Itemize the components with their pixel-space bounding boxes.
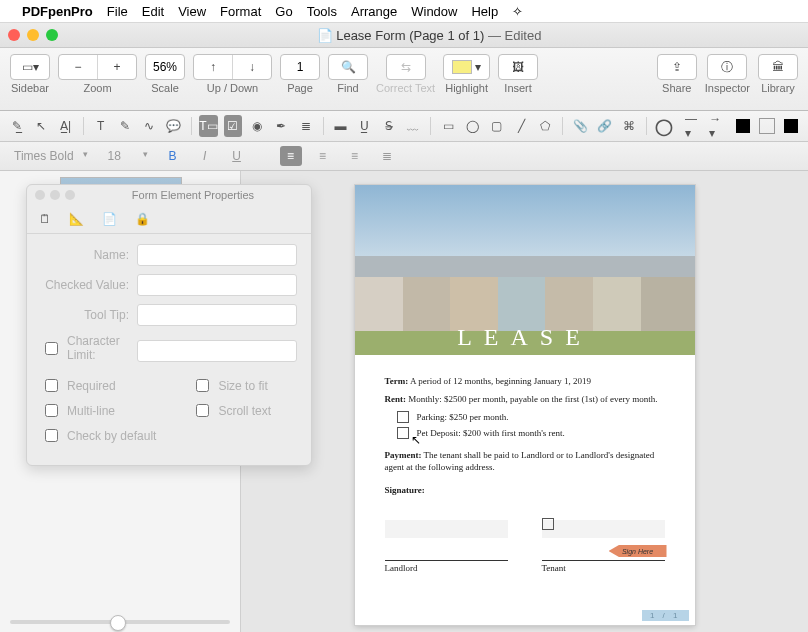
fill-color[interactable] <box>758 115 776 137</box>
page-number-field[interactable] <box>281 55 319 79</box>
stroke-color[interactable] <box>733 115 751 137</box>
tenant-signature-field[interactable] <box>542 520 665 538</box>
align-left-button[interactable]: ≡ <box>280 146 302 166</box>
name-input[interactable] <box>137 244 297 266</box>
select-tool[interactable]: ↖ <box>32 115 50 137</box>
rectangle-tool[interactable]: ▭ <box>439 115 457 137</box>
italic-button[interactable]: I <box>194 146 216 166</box>
menu-arrange[interactable]: Arrange <box>351 4 397 19</box>
font-family-dropdown[interactable]: Times Bold <box>8 147 92 165</box>
form-list-tool[interactable]: ≣ <box>296 115 314 137</box>
panel-tab-document-icon[interactable]: 📄 <box>102 212 117 226</box>
url-tool[interactable]: ⌘ <box>620 115 638 137</box>
char-limit-checkbox[interactable] <box>45 342 58 355</box>
zoom-value-field[interactable] <box>146 55 184 79</box>
close-button[interactable] <box>8 29 20 41</box>
font-size-dropdown[interactable]: 18 <box>102 147 152 165</box>
fullscreen-button[interactable] <box>46 29 58 41</box>
freeform-tool[interactable]: ∿ <box>140 115 158 137</box>
menu-edit[interactable]: Edit <box>142 4 164 19</box>
multiline-checkbox[interactable] <box>45 404 58 417</box>
tb-highlight-label: Highlight <box>445 82 488 94</box>
stroke-circle-icon[interactable]: ◯ <box>655 115 673 137</box>
required-label: Required <box>67 379 116 393</box>
insert-button[interactable]: 🖼 <box>499 55 537 79</box>
link-tool[interactable]: 🔗 <box>595 115 613 137</box>
underline-button[interactable]: U <box>226 146 248 166</box>
zoom-out-button[interactable]: − <box>59 55 98 79</box>
page-down-button[interactable]: ↓ <box>233 55 271 79</box>
menu-help[interactable]: Help <box>471 4 498 19</box>
line-tool[interactable]: ╱ <box>512 115 530 137</box>
edit-tool[interactable]: ✎̲ <box>8 115 26 137</box>
parking-checkbox[interactable] <box>397 411 409 423</box>
polygon-tool[interactable]: ⬠ <box>536 115 554 137</box>
menu-tools[interactable]: Tools <box>307 4 337 19</box>
sign-here-tag[interactable]: Sign Here <box>609 545 667 557</box>
size-to-fit-checkbox[interactable] <box>196 379 209 392</box>
attachment-tool[interactable]: 📎 <box>571 115 589 137</box>
menu-format[interactable]: Format <box>220 4 261 19</box>
zoom-in-button[interactable]: + <box>98 55 136 79</box>
page-up-button[interactable]: ↑ <box>194 55 233 79</box>
scroll-text-checkbox[interactable] <box>196 404 209 417</box>
pet-deposit-checkbox[interactable] <box>397 427 409 439</box>
checked-value-input[interactable] <box>137 274 297 296</box>
canvas-area[interactable]: LEASE Term: A period of 12 months, begin… <box>241 171 808 632</box>
panel-tab-properties-icon[interactable]: 🗒 <box>39 212 51 226</box>
form-properties-panel[interactable]: Form Element Properties 🗒 📐 📄 🔒 Name: Ch… <box>26 184 312 466</box>
menu-window[interactable]: Window <box>411 4 457 19</box>
rounded-rect-tool[interactable]: ▢ <box>488 115 506 137</box>
scribble-tool[interactable]: ✎ <box>116 115 134 137</box>
align-justify-button[interactable]: ≣ <box>376 146 398 166</box>
tb-scale-group: Scale <box>145 54 185 94</box>
slider-knob[interactable] <box>110 615 126 631</box>
tb-correct-label: Correct Text <box>376 82 435 94</box>
app-menu[interactable]: PDFpenPro <box>22 4 93 19</box>
form-radio-tool[interactable]: ◉ <box>248 115 266 137</box>
highlight-tool[interactable]: ▬ <box>331 115 349 137</box>
form-checkbox-tool[interactable]: ☑ <box>224 115 242 137</box>
find-button[interactable]: 🔍 <box>329 55 367 79</box>
form-text-field-tool[interactable]: T▭ <box>199 115 217 137</box>
panel-tab-lock-icon[interactable]: 🔒 <box>135 212 150 226</box>
panel-tab-alignment-icon[interactable]: 📐 <box>69 212 84 226</box>
form-signature-tool[interactable]: ✒ <box>272 115 290 137</box>
menu-view[interactable]: View <box>178 4 206 19</box>
sidebar-toggle-button[interactable]: ▭▾ <box>11 55 49 79</box>
underline-tool[interactable]: U̲ <box>356 115 374 137</box>
check-by-default-checkbox[interactable] <box>45 429 58 442</box>
endpoint-style-dropdown[interactable]: → ▾ <box>709 115 727 137</box>
squiggle-tool[interactable]: ﹏ <box>404 115 422 137</box>
text-color[interactable] <box>782 115 800 137</box>
tool-tip-input[interactable] <box>137 304 297 326</box>
landlord-signature-field[interactable] <box>385 520 508 538</box>
select-text-tool[interactable]: A̲| <box>57 115 75 137</box>
share-button[interactable]: ⇪ <box>658 55 696 79</box>
menu-extra-icon[interactable]: ✧ <box>512 4 523 19</box>
line-style-dropdown[interactable]: — ▾ <box>685 115 703 137</box>
menu-file[interactable]: File <box>107 4 128 19</box>
page-view[interactable]: LEASE Term: A period of 12 months, begin… <box>355 185 695 625</box>
lease-title: LEASE <box>355 324 695 351</box>
format-bar: Times Bold 18 B I U ≡ ≡ ≡ ≣ <box>0 142 808 171</box>
tools-bar: ✎̲ ↖ A̲| T ✎ ∿ 💬 T▭ ☑ ◉ ✒ ≣ ▬ U̲ S̶ ﹏ ▭ … <box>0 111 808 142</box>
menu-go[interactable]: Go <box>275 4 292 19</box>
correct-text-button[interactable]: ⇆ <box>387 55 425 79</box>
thumbnail-zoom-slider[interactable] <box>10 620 230 624</box>
highlight-button[interactable]: ▾ <box>444 55 489 79</box>
bold-button[interactable]: B <box>162 146 184 166</box>
char-limit-input[interactable] <box>137 340 297 362</box>
required-checkbox[interactable] <box>45 379 58 392</box>
panel-titlebar[interactable]: Form Element Properties <box>27 185 311 205</box>
inspector-button[interactable]: ⓘ <box>708 55 746 79</box>
strikeout-tool[interactable]: S̶ <box>380 115 398 137</box>
minimize-button[interactable] <box>27 29 39 41</box>
comment-tool[interactable]: 💬 <box>164 115 182 137</box>
align-center-button[interactable]: ≡ <box>312 146 334 166</box>
library-button[interactable]: 🏛 <box>759 55 797 79</box>
tenant-sig-checkbox[interactable] <box>542 518 554 530</box>
textbox-tool[interactable]: T <box>92 115 110 137</box>
ellipse-tool[interactable]: ◯ <box>463 115 481 137</box>
align-right-button[interactable]: ≡ <box>344 146 366 166</box>
